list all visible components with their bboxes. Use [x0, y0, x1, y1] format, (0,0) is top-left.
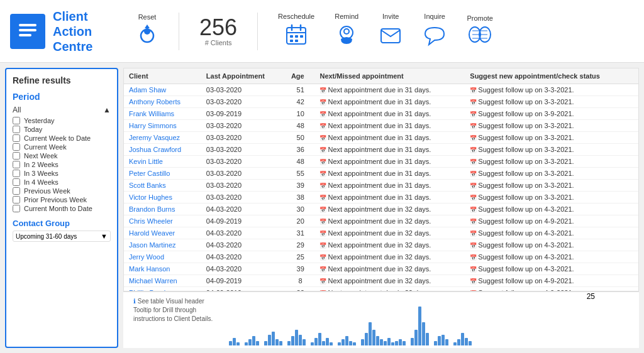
promote-button[interactable]: Promote	[467, 14, 493, 48]
period-checkbox-3[interactable]	[13, 143, 20, 151]
client-table-container[interactable]: ClientLast AppointmentAgeNext/Missed app…	[123, 68, 639, 291]
period-checkbox-0[interactable]	[13, 117, 20, 124]
bar-9-4[interactable]	[469, 341, 472, 345]
period-item-7[interactable]: In 4 Weeks	[13, 178, 111, 186]
bar-6-7[interactable]	[387, 338, 391, 345]
bar-2-1[interactable]	[268, 335, 271, 345]
period-checkbox-10[interactable]	[13, 205, 20, 212]
bar-5-3[interactable]	[349, 341, 352, 345]
table-row[interactable]: Phillip Brooks04-09-201922📅Next appointm…	[124, 287, 638, 292]
bar-2-4[interactable]	[279, 341, 282, 345]
period-checkbox-1[interactable]	[13, 126, 20, 133]
bar-4-2[interactable]	[318, 333, 321, 345]
table-row[interactable]: Michael Warren04-09-20198📅Next appointme…	[124, 275, 638, 287]
bar-2-3[interactable]	[275, 339, 279, 345]
bar-4-1[interactable]	[314, 338, 318, 345]
bar-9-2[interactable]	[461, 333, 464, 345]
bar-7-3[interactable]	[422, 322, 425, 345]
bar-7-1[interactable]	[414, 330, 418, 345]
bar-5-0[interactable]	[338, 342, 341, 345]
table-row[interactable]: Chris Wheeler04-09-201920📅Next appointme…	[124, 215, 638, 227]
bar-8-3[interactable]	[445, 339, 448, 345]
bar-3-4[interactable]	[303, 339, 306, 345]
table-row[interactable]: Brandon Burns04-03-202030📅Next appointme…	[124, 204, 638, 215]
bar-2-2[interactable]	[272, 332, 275, 345]
bar-4-4[interactable]	[326, 338, 329, 345]
reschedule-button[interactable]: Reschedule	[278, 13, 314, 50]
bar-1-0[interactable]	[245, 342, 248, 345]
bar-5-2[interactable]	[345, 336, 348, 345]
period-checkbox-2[interactable]	[13, 134, 20, 142]
bar-4-3[interactable]	[322, 341, 325, 345]
period-item-4[interactable]: Next Week	[13, 152, 111, 160]
bar-4-5[interactable]	[330, 342, 333, 345]
period-checkbox-7[interactable]	[13, 178, 20, 186]
bar-2-0[interactable]	[264, 341, 267, 345]
period-item-8[interactable]: Previous Week	[13, 187, 111, 195]
table-row[interactable]: Joshua Crawford03-03-202036📅Next appoint…	[124, 144, 638, 156]
period-item-9[interactable]: Prior Previous Week	[13, 196, 111, 204]
bar-6-8[interactable]	[391, 342, 394, 345]
bar-8-1[interactable]	[438, 336, 441, 345]
bar-6-6[interactable]	[384, 341, 387, 345]
period-item-1[interactable]: Today	[13, 126, 111, 133]
table-row[interactable]: Mark Hanson04-03-202039📅Next appointment…	[124, 263, 638, 275]
period-item-2[interactable]: Current Week to Date	[13, 134, 111, 142]
period-all-toggle[interactable]: All ▲	[13, 106, 111, 114]
bar-8-0[interactable]	[434, 341, 437, 345]
table-row[interactable]: Adam Shaw03-03-202051📅Next appointment d…	[124, 84, 638, 96]
bar-6-11[interactable]	[402, 341, 406, 345]
table-row[interactable]: Kevin Little03-03-202048📅Next appointmen…	[124, 156, 638, 168]
bar-3-0[interactable]	[287, 341, 291, 345]
bar-0-1[interactable]	[233, 338, 236, 345]
period-checkbox-6[interactable]	[13, 170, 20, 177]
table-row[interactable]: Harry Simmons03-03-202048📅Next appointme…	[124, 120, 638, 132]
bar-6-0[interactable]	[361, 339, 364, 345]
table-row[interactable]: Jeremy Vasquez03-03-202050📅Next appointm…	[124, 132, 638, 144]
invite-button[interactable]: Invite	[379, 13, 402, 50]
bar-9-0[interactable]	[453, 342, 457, 345]
period-item-0[interactable]: Yesterday	[13, 117, 111, 124]
table-row[interactable]: Jason Martinez04-03-202029📅Next appointm…	[124, 239, 638, 251]
period-item-5[interactable]: In 2 Weeks	[13, 161, 111, 168]
period-checkbox-4[interactable]	[13, 152, 20, 160]
bar-0-0[interactable]	[229, 341, 232, 345]
bar-5-1[interactable]	[341, 339, 345, 345]
bar-6-2[interactable]	[369, 322, 372, 345]
bar-8-2[interactable]	[441, 335, 445, 345]
bar-6-5[interactable]	[380, 339, 383, 345]
contact-group-dropdown[interactable]: Upcoming 31-60 days ▼	[13, 231, 111, 242]
reset-button[interactable]: Reset	[136, 13, 158, 49]
table-row[interactable]: Victor Hughes03-03-202038📅Next appointme…	[124, 192, 638, 204]
table-row[interactable]: Anthony Roberts03-03-202042📅Next appoint…	[124, 96, 638, 108]
bar-0-2[interactable]	[236, 342, 240, 345]
bar-7-0[interactable]	[411, 338, 414, 345]
bar-5-4[interactable]	[353, 342, 356, 345]
bar-6-1[interactable]	[365, 333, 368, 345]
bar-7-2[interactable]	[418, 307, 421, 345]
bar-3-2[interactable]	[295, 330, 298, 345]
bar-9-1[interactable]	[457, 339, 460, 345]
table-row[interactable]: Frank Williams03-09-201910📅Next appointm…	[124, 108, 638, 120]
bar-3-3[interactable]	[299, 335, 302, 345]
period-checkbox-9[interactable]	[13, 196, 20, 204]
bar-1-1[interactable]	[248, 339, 252, 345]
bar-9-3[interactable]	[465, 338, 468, 345]
bar-7-4[interactable]	[426, 333, 429, 345]
remind-button[interactable]: Remind	[335, 13, 358, 50]
period-checkbox-8[interactable]	[13, 187, 20, 195]
period-checkbox-5[interactable]	[13, 161, 20, 168]
bar-4-0[interactable]	[311, 342, 314, 345]
table-row[interactable]: Scott Banks03-03-202039📅Next appointment…	[124, 180, 638, 192]
bar-1-3[interactable]	[256, 341, 259, 345]
bar-3-1[interactable]	[291, 336, 294, 345]
bar-1-2[interactable]	[252, 336, 255, 345]
table-row[interactable]: Peter Castillo03-03-202055📅Next appointm…	[124, 168, 638, 180]
table-row[interactable]: Jerry Wood04-03-202025📅Next appointment …	[124, 251, 638, 263]
period-item-6[interactable]: In 3 Weeks	[13, 170, 111, 177]
table-row[interactable]: Harold Weaver04-03-202031📅Next appointme…	[124, 227, 638, 239]
period-item-3[interactable]: Current Week	[13, 143, 111, 151]
bar-6-10[interactable]	[399, 339, 402, 345]
bar-6-4[interactable]	[376, 336, 379, 345]
bar-6-9[interactable]	[395, 341, 398, 345]
